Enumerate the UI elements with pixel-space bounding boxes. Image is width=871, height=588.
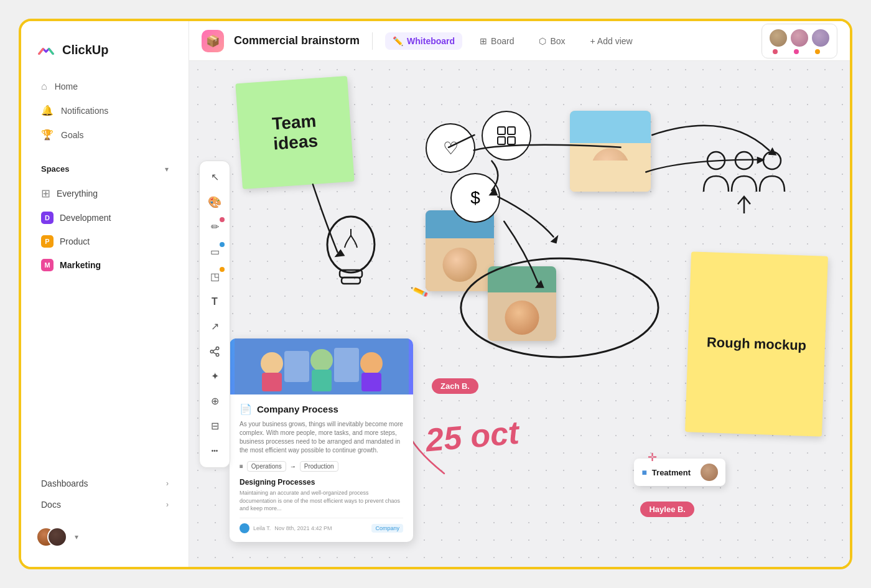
name-tag-haylee: Haylee B. bbox=[640, 502, 694, 517]
pen-dot bbox=[220, 217, 225, 222]
spaces-label: Spaces bbox=[41, 164, 70, 174]
spaces-header[interactable]: Spaces ▾ bbox=[26, 159, 184, 179]
bubble-dollar: $ bbox=[450, 173, 500, 223]
doc-description: As your business grows, things will inev… bbox=[240, 420, 403, 455]
svg-point-2 bbox=[210, 350, 213, 353]
svg-rect-7 bbox=[508, 127, 515, 134]
sidebar-item-product[interactable]: P Product bbox=[26, 230, 184, 253]
trophy-icon: 🏆 bbox=[41, 129, 54, 141]
arrow-icon: → bbox=[290, 463, 296, 470]
avatar-2 bbox=[47, 527, 67, 547]
svg-point-10 bbox=[327, 217, 375, 273]
move-cursor-icon: ✛ bbox=[648, 450, 657, 464]
tool-pen[interactable]: ✏ bbox=[203, 216, 226, 238]
doc-author: Leila T. bbox=[253, 525, 271, 531]
zach-label: Zach B. bbox=[440, 381, 470, 391]
doc-author-avatar bbox=[240, 523, 249, 533]
tool-note[interactable]: ◳ bbox=[203, 266, 226, 288]
sidebar-item-development[interactable]: D Development bbox=[26, 207, 184, 229]
sidebar-item-everything[interactable]: ⊞ Everything bbox=[26, 182, 184, 205]
home-icon: ⌂ bbox=[41, 81, 47, 92]
treatment-avatar bbox=[701, 464, 718, 481]
project-icon: 📦 bbox=[202, 30, 224, 52]
canvas-area[interactable]: ↖ 🎨 ✏ ▭ ◳ T ↗ bbox=[189, 61, 850, 567]
doc-title: Company Process bbox=[257, 404, 338, 414]
docs-section[interactable]: Docs › bbox=[26, 495, 184, 515]
doc-tags-row: ≡ Operations → Production bbox=[240, 461, 403, 472]
add-view-button[interactable]: + Add view bbox=[583, 32, 640, 50]
chevron-right-icon-docs: › bbox=[166, 500, 169, 509]
rect-dot bbox=[220, 242, 225, 247]
add-view-label: + Add view bbox=[590, 36, 633, 46]
logo-area[interactable]: ClickUp bbox=[21, 34, 189, 75]
person-photo-3 bbox=[488, 266, 556, 341]
date-text: 25 oct bbox=[424, 414, 521, 459]
tool-palette[interactable]: 🎨 bbox=[203, 191, 226, 213]
doc-tag-to: Production bbox=[300, 461, 338, 472]
user-area[interactable]: ▾ bbox=[21, 520, 189, 554]
chevron-right-icon: › bbox=[166, 479, 169, 488]
nav-goals[interactable]: 🏆 Goals bbox=[26, 123, 184, 146]
svg-point-3 bbox=[216, 353, 219, 357]
svg-line-4 bbox=[213, 352, 216, 354]
doc-section-title: Designing Processes bbox=[240, 478, 403, 487]
sidebar-item-marketing[interactable]: M Marketing bbox=[26, 254, 184, 276]
tool-text[interactable]: T bbox=[203, 291, 226, 313]
tool-rectangle[interactable]: ▭ bbox=[203, 241, 226, 263]
tool-image[interactable]: ⊟ bbox=[203, 415, 226, 437]
sidebar-item-development-label: Development bbox=[60, 213, 111, 223]
doc-date: Nov 8th, 2021 4:42 PM bbox=[274, 525, 332, 531]
svg-point-16 bbox=[763, 152, 781, 169]
canvas-toolbar: ↖ 🎨 ✏ ▭ ◳ T ↗ bbox=[199, 161, 230, 468]
board-tab-icon: ⊞ bbox=[480, 36, 487, 46]
chevron-down-icon: ▾ bbox=[165, 165, 169, 174]
svg-rect-34 bbox=[334, 348, 359, 382]
tool-share[interactable] bbox=[203, 340, 226, 363]
note-dot bbox=[220, 267, 225, 272]
user-dropdown-arrow: ▾ bbox=[75, 533, 78, 541]
sidebar: ClickUp ⌂ Home 🔔 Notifications 🏆 Goals S… bbox=[21, 21, 189, 567]
svg-rect-8 bbox=[498, 137, 505, 144]
dashboards-section[interactable]: Dashboards › bbox=[26, 474, 184, 493]
main-content: 📦 Commercial brainstorm ✏️ Whiteboard ⊞ … bbox=[189, 21, 850, 567]
tab-whiteboard-label: Whiteboard bbox=[407, 36, 455, 46]
tab-box[interactable]: ⬡ Box bbox=[531, 32, 572, 50]
sticky-green-text: Team ideas bbox=[248, 110, 342, 156]
nav-home[interactable]: ⌂ Home bbox=[26, 75, 184, 98]
date-annotation: 25 oct bbox=[424, 414, 521, 459]
svg-rect-32 bbox=[361, 373, 381, 391]
svg-rect-12 bbox=[342, 278, 360, 284]
collab-dot-2 bbox=[794, 49, 799, 54]
sticky-note-rough-mockup[interactable]: Rough mockup bbox=[685, 251, 828, 437]
doc-tag-to-label: Production bbox=[304, 463, 334, 470]
people-icons bbox=[701, 142, 788, 219]
collab-avatar-2 bbox=[789, 28, 809, 48]
collab-avatar-1 bbox=[768, 28, 788, 48]
treatment-icon: ■ bbox=[641, 467, 646, 477]
svg-marker-0 bbox=[38, 42, 54, 58]
doc-icon: 📄 bbox=[240, 403, 252, 415]
doc-card[interactable]: 📄 Company Process As your business grows… bbox=[230, 338, 413, 542]
sticky-note-team-ideas[interactable]: Team ideas bbox=[235, 76, 354, 189]
tool-globe[interactable]: ⊕ bbox=[203, 390, 226, 413]
doc-card-header bbox=[230, 338, 413, 394]
doc-footer: Leila T. Nov 8th, 2021 4:42 PM Company bbox=[240, 518, 403, 533]
tool-sparkle[interactable]: ✦ bbox=[203, 365, 226, 388]
svg-point-1 bbox=[216, 347, 219, 350]
product-badge: P bbox=[41, 235, 54, 248]
bell-icon: 🔔 bbox=[41, 105, 54, 116]
tool-arrow[interactable]: ↗ bbox=[203, 315, 226, 338]
nav-notifications-label: Notifications bbox=[61, 106, 108, 116]
tool-more[interactable]: ••• bbox=[203, 440, 226, 462]
tab-box-label: Box bbox=[550, 36, 565, 46]
tool-cursor[interactable]: ↖ bbox=[203, 166, 226, 189]
doc-section-desc: Maintaining an accurate and well-organiz… bbox=[240, 489, 403, 513]
nav-home-label: Home bbox=[55, 82, 78, 91]
user-avatars bbox=[36, 527, 67, 547]
sidebar-item-marketing-label: Marketing bbox=[60, 260, 101, 270]
lightbulb-illustration bbox=[314, 204, 388, 306]
tab-board[interactable]: ⊞ Board bbox=[472, 32, 521, 50]
nav-notifications[interactable]: 🔔 Notifications bbox=[26, 99, 184, 122]
tab-whiteboard[interactable]: ✏️ Whiteboard bbox=[385, 32, 462, 50]
app-container: ClickUp ⌂ Home 🔔 Notifications 🏆 Goals S… bbox=[19, 19, 852, 569]
